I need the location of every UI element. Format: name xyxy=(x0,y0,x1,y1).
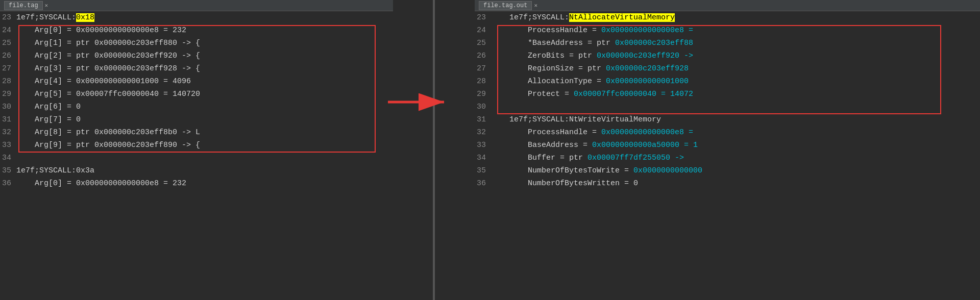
line-number: 33 xyxy=(0,141,16,149)
line-number: 29 xyxy=(475,90,491,98)
line-content: ZeroBits = ptr 0x000000c203eff920 -> xyxy=(491,52,693,60)
line-number: 24 xyxy=(475,26,491,35)
line-content: Arg[8] = ptr 0x000000c203eff8b0 -> L xyxy=(16,128,200,137)
code-line: 32 ProcessHandle = 0x00000000000000e8 = xyxy=(475,126,980,139)
line-content: Arg[4] = 0x0000000000001000 = 4096 xyxy=(16,77,191,86)
line-content xyxy=(16,154,21,162)
line-number: 31 xyxy=(0,115,16,124)
line-content: 1e7f;SYSCALL:NtAllocateVirtualMemory xyxy=(491,13,675,22)
line-number: 24 xyxy=(0,26,16,35)
line-content: ProcessHandle = 0x00000000000000e8 = xyxy=(491,26,693,35)
code-line: 28 Arg[4] = 0x0000000000001000 = 4096 xyxy=(0,75,393,88)
code-line: 31 1e7f;SYSCALL:NtWriteVirtualMemory xyxy=(475,113,980,126)
line-number: 30 xyxy=(0,103,16,111)
line-content: Arg[6] = 0 xyxy=(16,103,81,111)
right-tab-title[interactable]: file.tag.out xyxy=(479,1,532,10)
code-line: 28 AllocationType = 0x0000000000001000 xyxy=(475,75,980,88)
right-code-lines: 23 1e7f;SYSCALL:NtAllocateVirtualMemory … xyxy=(475,11,980,190)
line-content: NumberOfBytesToWrite = 0x0000000000000 xyxy=(491,166,702,175)
line-number: 30 xyxy=(475,103,491,111)
code-line: 23 1e7f;SYSCALL:NtAllocateVirtualMemory xyxy=(475,11,980,24)
line-content: Arg[1] = ptr 0x000000c203eff880 -> { xyxy=(16,39,200,47)
line-number: 25 xyxy=(475,39,491,47)
left-panel: file.tag ✕ 23 1e7f;SYSCALL:0x18 24 Ar xyxy=(0,0,393,300)
divider-line xyxy=(433,0,435,300)
line-content: NumberOfBytesWritten = 0 xyxy=(491,179,638,188)
right-tab-close[interactable]: ✕ xyxy=(534,2,537,9)
syscall-prefix: 1e7f;SYSCALL: xyxy=(16,13,76,22)
code-line: 36 NumberOfBytesWritten = 0 xyxy=(475,177,980,190)
line-number: 28 xyxy=(475,77,491,86)
code-line: 30 Arg[6] = 0 xyxy=(0,101,393,113)
line-content: Arg[0] = 0x00000000000000e8 = 232 xyxy=(16,179,186,188)
line-number: 34 xyxy=(0,154,16,162)
left-tab-close[interactable]: ✕ xyxy=(45,2,48,9)
line-number: 32 xyxy=(475,128,491,137)
code-line: 29 Protect = 0x00007ffc00000040 = 14072 xyxy=(475,88,980,101)
line-number: 29 xyxy=(0,90,16,98)
line-content: BaseAddress = 0x00000000000a50000 = 1 xyxy=(491,141,698,149)
code-line: 32 Arg[8] = ptr 0x000000c203eff8b0 -> L xyxy=(0,126,393,139)
left-code-area: 23 1e7f;SYSCALL:0x18 24 Arg[0] = 0x00000… xyxy=(0,11,393,300)
code-line: 35 NumberOfBytesToWrite = 0x000000000000… xyxy=(475,164,980,177)
line-content: 1e7f;SYSCALL:0x3a xyxy=(16,166,94,175)
line-content: Arg[2] = ptr 0x000000c203eff920 -> { xyxy=(16,52,200,60)
code-line: 30 xyxy=(475,101,980,113)
right-code-area: 23 1e7f;SYSCALL:NtAllocateVirtualMemory … xyxy=(475,11,980,300)
line-content: *BaseAddress = ptr 0x000000c203eff88 xyxy=(491,39,693,47)
code-line: 33 BaseAddress = 0x00000000000a50000 = 1 xyxy=(475,139,980,152)
line-number: 27 xyxy=(475,64,491,73)
line-content: Protect = 0x00007ffc00000040 = 14072 xyxy=(491,90,693,98)
line-number: 26 xyxy=(0,52,16,60)
line-number: 35 xyxy=(0,166,16,175)
divider-area xyxy=(393,0,475,300)
line-number: 26 xyxy=(475,52,491,60)
line-content: Arg[0] = 0x00000000000000e8 = 232 xyxy=(16,26,186,35)
code-line: 25 Arg[1] = ptr 0x000000c203eff880 -> { xyxy=(0,37,393,49)
left-tab-title[interactable]: file.tag xyxy=(4,1,43,10)
line-number: 36 xyxy=(0,179,16,188)
code-line: 35 1e7f;SYSCALL:0x3a xyxy=(0,164,393,177)
line-content: RegionSize = ptr 0x000000c203eff928 xyxy=(491,64,689,73)
line-number: 27 xyxy=(0,64,16,73)
line-content xyxy=(491,103,496,111)
code-line: 26 ZeroBits = ptr 0x000000c203eff920 -> xyxy=(475,49,980,62)
code-line: 27 RegionSize = ptr 0x000000c203eff928 xyxy=(475,62,980,75)
right-panel: file.tag.out ✕ 23 1e7f;SYSCALL:NtAllocat… xyxy=(475,0,980,300)
code-line: 29 Arg[5] = 0x00007ffc00000040 = 140720 xyxy=(0,88,393,101)
code-line: 24 Arg[0] = 0x00000000000000e8 = 232 xyxy=(0,24,393,37)
arrow-svg xyxy=(383,82,454,122)
line-number: 28 xyxy=(0,77,16,86)
line-number: 35 xyxy=(475,166,491,175)
code-line: 34 Buffer = ptr 0x00007ff7df255050 -> xyxy=(475,152,980,164)
line-number: 23 xyxy=(0,13,16,22)
line-content: Arg[3] = ptr 0x000000c203eff928 -> { xyxy=(16,64,200,73)
line-content: AllocationType = 0x0000000000001000 xyxy=(491,77,689,86)
left-panel-tab[interactable]: file.tag ✕ xyxy=(0,0,393,11)
line-content: Arg[5] = 0x00007ffc00000040 = 140720 xyxy=(16,90,200,98)
code-line: 33 Arg[9] = ptr 0x000000c203eff890 -> { xyxy=(0,139,393,152)
main-container: file.tag ✕ 23 1e7f;SYSCALL:0x18 24 Ar xyxy=(0,0,980,300)
code-line: 26 Arg[2] = ptr 0x000000c203eff920 -> { xyxy=(0,49,393,62)
right-panel-tab[interactable]: file.tag.out ✕ xyxy=(475,0,980,11)
code-line: 27 Arg[3] = ptr 0x000000c203eff928 -> { xyxy=(0,62,393,75)
line-content: 1e7f;SYSCALL:0x18 xyxy=(16,13,94,22)
line-number: 33 xyxy=(475,141,491,149)
line-content: Arg[7] = 0 xyxy=(16,115,81,124)
left-code-lines: 23 1e7f;SYSCALL:0x18 24 Arg[0] = 0x00000… xyxy=(0,11,393,190)
code-line: 25 *BaseAddress = ptr 0x000000c203eff88 xyxy=(475,37,980,49)
code-line: 31 Arg[7] = 0 xyxy=(0,113,393,126)
line-content: 1e7f;SYSCALL:NtWriteVirtualMemory xyxy=(491,115,661,124)
code-line: 23 1e7f;SYSCALL:0x18 xyxy=(0,11,393,24)
line-content: Arg[9] = ptr 0x000000c203eff890 -> { xyxy=(16,141,200,149)
code-line: 24 ProcessHandle = 0x00000000000000e8 = xyxy=(475,24,980,37)
line-number: 32 xyxy=(0,128,16,137)
code-line: 36 Arg[0] = 0x00000000000000e8 = 232 xyxy=(0,177,393,190)
line-number: 31 xyxy=(475,115,491,124)
line-number: 23 xyxy=(475,13,491,22)
line-number: 36 xyxy=(475,179,491,188)
line-content: Buffer = ptr 0x00007ff7df255050 -> xyxy=(491,154,684,162)
code-line: 34 xyxy=(0,152,393,164)
syscall-val: 0x18 xyxy=(76,13,94,22)
line-number: 34 xyxy=(475,154,491,162)
